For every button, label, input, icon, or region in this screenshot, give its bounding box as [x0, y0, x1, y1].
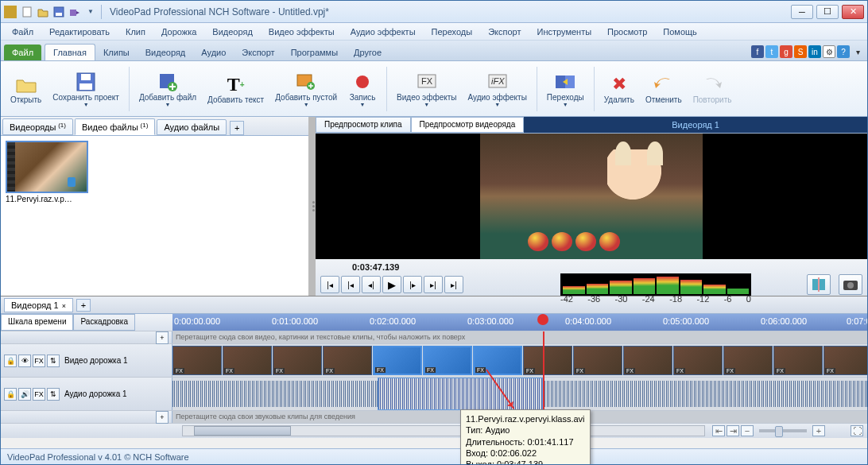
next-frame-button[interactable]: ▸|: [424, 276, 443, 293]
help-icon[interactable]: ?: [837, 45, 850, 58]
add-file-button[interactable]: Добавить файл▼: [134, 69, 201, 109]
save-project-button[interactable]: Сохранить проект▼: [48, 69, 124, 109]
menu-transitions[interactable]: Переходы: [425, 25, 479, 38]
track-lock-icon[interactable]: 🔒: [4, 355, 17, 367]
zoom-in-button[interactable]: +: [812, 425, 825, 436]
bin-tab-audio[interactable]: Аудио файлы: [157, 119, 227, 135]
video-clip[interactable]: FX: [823, 346, 867, 375]
video-clip[interactable]: FX: [573, 346, 622, 375]
ribbon-tab-home[interactable]: Главная: [45, 44, 95, 60]
track-link-icon[interactable]: ⇅: [47, 388, 60, 401]
audio-track[interactable]: 🔒 🔊 FX ⇅ Аудио дорожка 1: [1, 378, 867, 411]
play-button[interactable]: ▶: [382, 276, 401, 293]
step-fwd-button[interactable]: |▸: [403, 276, 422, 293]
audio-clip[interactable]: [172, 381, 378, 407]
maximize-button[interactable]: ☐: [816, 5, 839, 19]
video-track[interactable]: 🔒 👁 FX ⇅ Видео дорожка 1 FX FX FX FX FX …: [1, 344, 867, 378]
ribbon-tab-export[interactable]: Экспорт: [234, 45, 282, 60]
video-clip[interactable]: FX: [423, 346, 472, 375]
split-button[interactable]: [807, 274, 831, 295]
ribbon-file-tab[interactable]: Файл: [4, 45, 41, 60]
add-blank-button[interactable]: Добавить пустой▼: [270, 69, 342, 109]
zoom-slider[interactable]: [759, 429, 807, 432]
qat-dropdown-icon[interactable]: ▼: [83, 5, 98, 19]
track-link-icon[interactable]: ⇅: [47, 355, 60, 367]
snapshot-button[interactable]: [839, 274, 862, 295]
timeline-scrollbar[interactable]: [182, 425, 705, 436]
bin-tab-video[interactable]: Видео файлы (1): [75, 118, 155, 135]
menu-help[interactable]: Помощь: [657, 25, 703, 38]
storyboard-mode-tab[interactable]: Раскадровка: [73, 314, 134, 331]
record-button[interactable]: Запись▼: [343, 69, 382, 109]
timeline-mode-tab[interactable]: Шкала времени: [1, 314, 73, 331]
audio-clip[interactable]: [543, 381, 867, 407]
track-mute-icon[interactable]: 🔊: [18, 388, 31, 401]
add-sequence-button[interactable]: +: [76, 299, 91, 312]
google-icon[interactable]: g: [780, 45, 792, 58]
prev-frame-button[interactable]: |◂: [341, 276, 360, 293]
track-fx-icon[interactable]: FX: [33, 355, 45, 367]
ribbon-tab-programs[interactable]: Программы: [283, 45, 346, 60]
timeline-ruler[interactable]: 0:00:00.000 0:01:00.000 0:02:00.000 0:03…: [172, 314, 867, 331]
facebook-icon[interactable]: f: [751, 45, 764, 58]
preview-tab-clip[interactable]: Предпросмотр клипа: [316, 117, 411, 133]
video-clip[interactable]: FX: [473, 346, 522, 375]
menu-edit[interactable]: Редактировать: [43, 25, 116, 38]
redo-button[interactable]: Повторить: [688, 72, 737, 106]
transitions-button[interactable]: Переходы▼: [542, 69, 589, 109]
qat-save-icon[interactable]: [52, 5, 66, 19]
menu-audiofx[interactable]: Аудио эффекты: [344, 25, 422, 38]
menu-videofx[interactable]: Видео эффекты: [262, 25, 341, 38]
video-clip[interactable]: FX: [623, 346, 672, 375]
bin-tab-add[interactable]: +: [230, 121, 244, 135]
menu-track[interactable]: Дорожка: [155, 25, 203, 38]
video-clip[interactable]: FX: [223, 346, 272, 375]
video-clip[interactable]: FX: [773, 346, 823, 375]
settings-icon[interactable]: ⚙: [823, 45, 835, 58]
twitter-icon[interactable]: t: [765, 45, 778, 58]
linkedin-icon[interactable]: in: [808, 45, 821, 58]
stumble-icon[interactable]: S: [794, 45, 807, 58]
video-clip[interactable]: FX: [323, 346, 372, 375]
track-lock-icon[interactable]: 🔒: [4, 388, 17, 401]
playhead[interactable]: [537, 314, 548, 325]
delete-button[interactable]: ✖Удалить: [599, 72, 639, 106]
menu-sequence[interactable]: Видеоряд: [206, 25, 259, 38]
minimize-button[interactable]: ─: [791, 5, 813, 19]
ribbon-tab-clips[interactable]: Клипы: [95, 45, 138, 60]
audio-clip[interactable]: [378, 378, 543, 410]
menu-export[interactable]: Экспорт: [482, 25, 527, 38]
track-add-icon[interactable]: +: [156, 331, 169, 344]
menu-file[interactable]: Файл: [6, 25, 40, 38]
audio-effects-button[interactable]: iFXАудио эффекты▼: [463, 69, 531, 109]
audio-overlay-track[interactable]: + Перетащите сюда свои звуковые клипы дл…: [1, 411, 867, 424]
ribbon-tab-other[interactable]: Другое: [346, 45, 389, 60]
ribbon-tab-sequence[interactable]: Видеоряд: [138, 45, 194, 60]
zoom-out-button[interactable]: −: [741, 425, 754, 436]
qat-export-icon[interactable]: [68, 5, 82, 19]
zoom-fit-button[interactable]: ⛶: [851, 425, 863, 436]
ribbon-tab-audio[interactable]: Аудио: [193, 45, 234, 60]
qat-open-icon[interactable]: [36, 5, 50, 19]
track-eye-icon[interactable]: 👁: [18, 355, 31, 367]
track-fx-icon[interactable]: FX: [33, 388, 45, 401]
qat-new-icon[interactable]: [20, 5, 34, 19]
close-button[interactable]: ✕: [842, 5, 864, 19]
close-seq-icon[interactable]: ×: [62, 302, 66, 310]
menu-view[interactable]: Просмотр: [601, 25, 653, 38]
video-clip[interactable]: FX: [723, 346, 773, 375]
overlay-track[interactable]: + Перетащите сюда свои видео, картинки и…: [1, 331, 867, 344]
track-add-icon[interactable]: +: [156, 411, 169, 424]
bin-tab-sequences[interactable]: Видеоряды (1): [2, 118, 73, 135]
video-preview[interactable]: [316, 134, 867, 259]
undo-button[interactable]: Отменить: [641, 72, 687, 106]
video-clip[interactable]: FX: [373, 346, 422, 375]
add-text-button[interactable]: T+Добавить текст: [203, 72, 269, 106]
video-clip[interactable]: FX: [273, 346, 322, 375]
video-effects-button[interactable]: FXВидео эффекты▼: [392, 69, 461, 109]
preview-tab-sequence[interactable]: Предпросмотр видеоряда: [411, 117, 525, 133]
sequence-tab[interactable]: Видеоряд 1×: [4, 298, 73, 312]
video-clip[interactable]: FX: [673, 346, 723, 375]
menu-clip[interactable]: Клип: [119, 25, 152, 38]
open-button[interactable]: Открыть: [6, 72, 46, 106]
